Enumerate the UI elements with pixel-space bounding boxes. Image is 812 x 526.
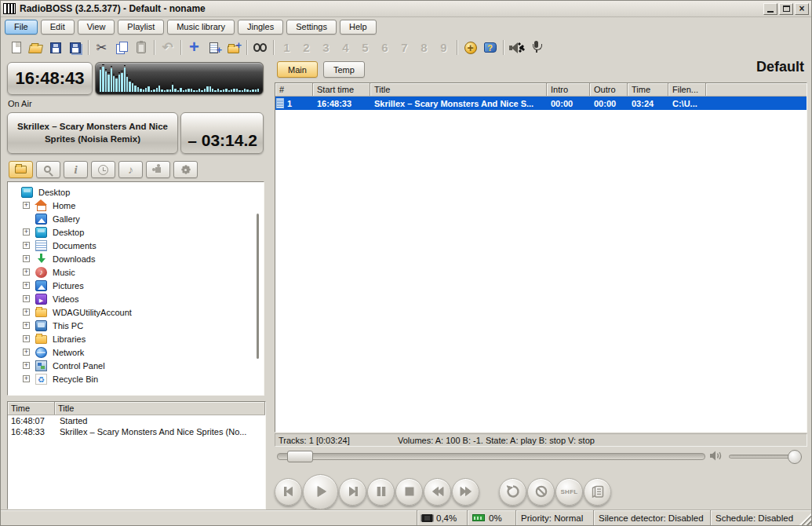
shuffle-button[interactable]: SHFL: [555, 478, 583, 506]
expand-toggle[interactable]: +: [23, 202, 30, 209]
expand-toggle[interactable]: +: [23, 322, 30, 329]
close-button[interactable]: ×: [795, 3, 809, 15]
help-icon[interactable]: [481, 38, 499, 57]
tab-music[interactable]: [118, 161, 143, 178]
log-row[interactable]: 16:48:33Skrillex – Scary Monsters And Ni…: [8, 426, 265, 437]
column-header-[interactable]: #: [275, 83, 313, 96]
spectrum-bar: [111, 68, 112, 92]
tab-search[interactable]: [36, 161, 60, 178]
expand-toggle[interactable]: +: [23, 228, 30, 236]
tree-item-home[interactable]: +Home: [11, 199, 262, 212]
column-header-time[interactable]: Time: [628, 83, 668, 96]
menu-music-library[interactable]: Music library: [167, 20, 235, 35]
playlist-row[interactable]: 116:48:33Skrillex – Scary Monsters And N…: [275, 97, 807, 110]
repeat-button[interactable]: [499, 478, 526, 506]
spectrum-bar: [228, 90, 230, 92]
log-row[interactable]: 16:48:07Started: [8, 415, 265, 426]
tree-item-gallery[interactable]: Gallery: [11, 212, 262, 225]
tab-options[interactable]: [173, 161, 198, 178]
playlist-table: #Start timeTitleIntroOutroTimeFilen... 1…: [275, 82, 807, 433]
seek-handle[interactable]: [287, 451, 313, 462]
peak-marker: [102, 64, 104, 65]
report-button[interactable]: [584, 478, 611, 506]
tree-item-desktop[interactable]: +Desktop: [11, 225, 262, 239]
seek-slider[interactable]: [277, 453, 705, 460]
expand-toggle[interactable]: +: [23, 242, 30, 249]
tree-item-control-panel[interactable]: +Control Panel: [11, 359, 262, 372]
save-playlist-icon[interactable]: [46, 38, 64, 57]
find-icon[interactable]: [251, 38, 269, 57]
copy-icon[interactable]: [112, 38, 130, 57]
tree-item-documents[interactable]: +Documents: [11, 239, 262, 252]
expand-toggle[interactable]: +: [23, 282, 30, 289]
microphone-icon[interactable]: [527, 38, 545, 57]
menu-file[interactable]: File: [5, 20, 38, 35]
tree-item-this-pc[interactable]: +This PC: [11, 319, 262, 332]
log-column-time[interactable]: Time: [8, 402, 55, 415]
menu-help[interactable]: Help: [340, 20, 377, 35]
no-crossfade-button[interactable]: [527, 478, 555, 506]
add-playlist-icon[interactable]: [205, 38, 223, 57]
add-track-icon[interactable]: [185, 38, 203, 57]
playlist-header: #Start timeTitleIntroOutroTimeFilen...: [275, 83, 807, 97]
column-header-starttime[interactable]: Start time: [313, 83, 370, 96]
tab-folders[interactable]: [9, 161, 33, 178]
resize-grip[interactable]: [799, 510, 811, 525]
minimize-button[interactable]: [763, 3, 777, 15]
scheduler-icon: [464, 42, 477, 54]
tree-item-libraries[interactable]: +Libraries: [11, 332, 262, 345]
expand-toggle[interactable]: +: [23, 295, 30, 302]
silence-detector-icon[interactable]: [508, 38, 526, 57]
log-column-title[interactable]: Title: [55, 402, 265, 415]
playlist-tab-main[interactable]: Main: [277, 61, 318, 78]
forward-button[interactable]: [452, 478, 479, 506]
playlist-tab-temp[interactable]: Temp: [323, 61, 365, 78]
add-folder-icon[interactable]: [224, 38, 242, 57]
maximize-button[interactable]: [779, 3, 793, 15]
menu-playlist[interactable]: Playlist: [118, 20, 164, 35]
spectrum-bar: [185, 89, 187, 92]
expand-toggle[interactable]: +: [23, 362, 30, 369]
menu-edit[interactable]: Edit: [41, 20, 75, 35]
expand-toggle[interactable]: +: [23, 255, 30, 262]
menu-view[interactable]: View: [78, 20, 115, 35]
cut-icon[interactable]: [93, 38, 111, 57]
tree-item-music[interactable]: +Music: [11, 265, 262, 279]
tree-item-recycle-bin[interactable]: +Recycle Bin: [11, 372, 262, 385]
volume-slider[interactable]: [729, 455, 801, 458]
scheduler-icon[interactable]: [461, 38, 479, 57]
tab-plugins[interactable]: [146, 161, 170, 178]
stop-button[interactable]: [395, 478, 423, 506]
column-header-filen[interactable]: Filen...: [668, 83, 706, 96]
expand-toggle[interactable]: +: [23, 309, 30, 316]
rewind-button[interactable]: [424, 478, 451, 506]
tree-item-network[interactable]: +Network: [11, 345, 262, 359]
expand-toggle[interactable]: +: [23, 349, 30, 356]
tree-item-videos[interactable]: +Videos: [11, 292, 262, 305]
new-playlist-icon[interactable]: [7, 38, 25, 57]
save-as-icon[interactable]: [66, 38, 84, 57]
menu-settings[interactable]: Settings: [286, 20, 337, 35]
column-header-title[interactable]: Title: [370, 83, 547, 96]
menu-jingles[interactable]: Jingles: [238, 20, 283, 35]
expand-toggle[interactable]: +: [23, 375, 30, 382]
clock-panel: 16:48:43: [7, 62, 93, 95]
column-header-outro[interactable]: Outro: [590, 83, 628, 96]
tree-item-wdagutilityaccount[interactable]: +WDAGUtilityAccount: [11, 305, 262, 319]
play-button[interactable]: [303, 474, 338, 510]
tree-item-pictures[interactable]: +Pictures: [11, 279, 262, 292]
previous-button[interactable]: [275, 478, 302, 506]
column-header-intro[interactable]: Intro: [547, 83, 590, 96]
tree-item-desktop[interactable]: Desktop: [11, 185, 262, 199]
expand-toggle[interactable]: +: [23, 335, 30, 342]
tab-history[interactable]: [91, 161, 115, 178]
toolbar-separator: [503, 40, 504, 55]
tab-info[interactable]: [64, 161, 88, 178]
next-button[interactable]: [339, 478, 366, 506]
tree-scrollbar[interactable]: [257, 214, 259, 359]
pause-button[interactable]: [367, 478, 395, 506]
open-playlist-icon[interactable]: [27, 38, 45, 57]
expand-toggle[interactable]: +: [23, 268, 30, 276]
tree-item-downloads[interactable]: +Downloads: [11, 252, 262, 265]
volume-knob[interactable]: [788, 450, 802, 464]
